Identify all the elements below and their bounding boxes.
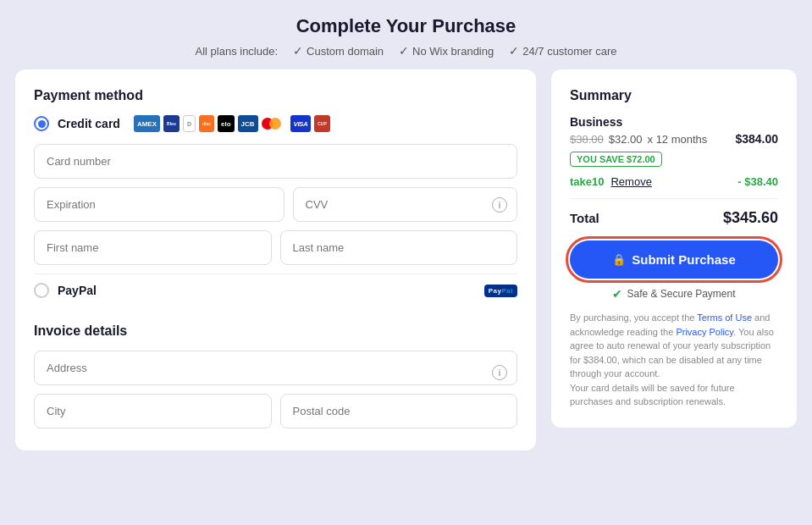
secure-label: Safe & Secure Payment <box>627 288 735 300</box>
left-panel: Payment method Credit card AMEX Bleu D d… <box>15 69 536 450</box>
plans-include-row: All plans include: ✓ Custom domain ✓ No … <box>0 44 812 58</box>
secure-row: ✔ Safe & Secure Payment <box>570 287 778 301</box>
plans-label: All plans include: <box>196 45 279 58</box>
credit-card-radio[interactable] <box>34 116 49 131</box>
card-logos: AMEX Bleu D disc elo JCB VISA CUP <box>134 115 330 132</box>
visa-logo: VISA <box>290 115 312 132</box>
discount-amount: - $38.40 <box>737 175 778 188</box>
privacy-link[interactable]: Privacy Policy <box>676 327 733 337</box>
page-title: Complete Your Purchase <box>0 15 812 37</box>
submit-label: Submit Purchase <box>632 252 736 267</box>
remove-link[interactable]: Remove <box>610 175 651 188</box>
discover-logo: disc <box>199 115 214 132</box>
amex-logo: AMEX <box>134 115 160 132</box>
total-row: Total $345.60 <box>570 209 778 227</box>
expiration-input[interactable] <box>34 187 284 222</box>
feature-no-branding: ✓ No Wix branding <box>399 44 494 58</box>
check-icon-3: ✓ <box>509 44 519 58</box>
address-field-wrap: i <box>34 351 517 394</box>
coupon-row: take10 Remove - $38.40 <box>570 175 778 199</box>
cup-logo: CUP <box>314 115 330 132</box>
save-badge: YOU SAVE $72.00 <box>570 152 662 167</box>
card-number-input[interactable] <box>34 144 517 179</box>
paypal-radio[interactable] <box>34 283 49 298</box>
paypal-logo: PayPal <box>484 285 517 297</box>
cvv-input[interactable] <box>293 187 518 222</box>
city-input[interactable] <box>34 394 272 428</box>
cvv-info-icon[interactable]: i <box>492 197 507 213</box>
postal-code-input[interactable] <box>280 394 518 428</box>
feature-customer-care: ✓ 24/7 customer care <box>509 44 616 58</box>
feature-custom-domain: ✓ Custom domain <box>293 44 384 58</box>
cvv-field-wrap: i <box>293 187 518 222</box>
legal-text: By purchasing, you accept the Terms of U… <box>570 311 778 409</box>
total-amount: $345.60 <box>723 209 778 227</box>
terms-link[interactable]: Terms of Use <box>697 312 752 323</box>
invoice-section-title: Invoice details <box>34 323 517 339</box>
mastercard-logo <box>262 115 287 132</box>
invoice-section: Invoice details i <box>34 323 517 428</box>
right-panel: Summary Business $38.00 $32.00 x 12 mont… <box>551 69 797 428</box>
paypal-label: PayPal <box>58 284 97 297</box>
total-label: Total <box>570 211 599 225</box>
old-price: $38.00 <box>570 133 604 146</box>
elo-logo: elo <box>218 115 235 132</box>
address-info-icon[interactable]: i <box>492 365 507 380</box>
jcb-logo: JCB <box>238 115 258 132</box>
lock-icon: 🔒 <box>612 253 626 266</box>
blue-logo: Bleu <box>163 115 180 132</box>
address-input[interactable] <box>34 351 517 385</box>
credit-card-label: Credit card <box>58 117 120 130</box>
new-price: $32.00 <box>609 133 643 146</box>
paypal-option[interactable]: PayPal PayPal <box>34 274 517 307</box>
product-name: Business <box>570 115 778 129</box>
price-amount: $384.00 <box>735 132 778 146</box>
first-name-input[interactable] <box>34 230 272 265</box>
last-name-input[interactable] <box>280 230 518 265</box>
coupon-code: take10 <box>570 175 604 188</box>
shield-icon: ✔ <box>612 287 622 301</box>
duration: x 12 months <box>648 133 708 146</box>
check-icon-2: ✓ <box>399 44 409 58</box>
submit-purchase-button[interactable]: 🔒 Submit Purchase <box>570 240 778 279</box>
diners-logo: D <box>183 115 196 132</box>
summary-title: Summary <box>570 88 778 103</box>
check-icon-1: ✓ <box>293 44 303 58</box>
page-header: Complete Your Purchase All plans include… <box>0 0 812 69</box>
credit-card-option[interactable]: Credit card AMEX Bleu D disc elo JCB VIS… <box>34 115 517 132</box>
pricing-row: $38.00 $32.00 x 12 months $384.00 <box>570 132 778 146</box>
payment-section-title: Payment method <box>34 88 517 103</box>
